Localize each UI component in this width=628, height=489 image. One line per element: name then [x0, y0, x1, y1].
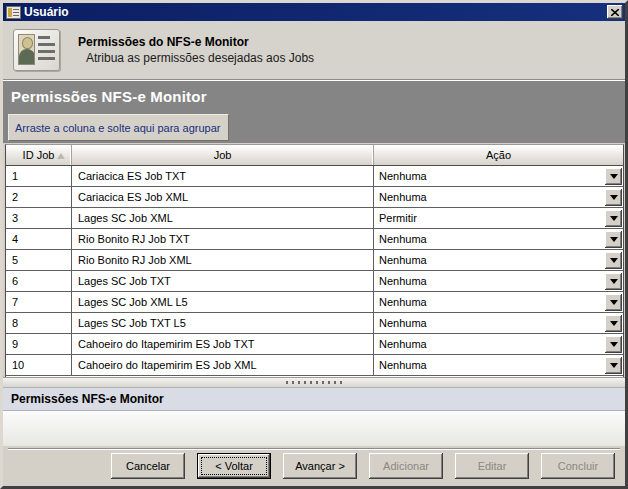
table-row[interactable]: 2 Cariacica ES Job XML Nenhuma: [6, 187, 623, 208]
dropdown-arrow-button[interactable]: [605, 231, 622, 248]
column-header-acao[interactable]: Ação: [374, 145, 623, 165]
group-by-drop-area[interactable]: Arraste a coluna e solte aqui para agrup…: [8, 114, 229, 141]
table-row[interactable]: 9 Cahoeiro do Itapemirim ES Job TXT Nenh…: [6, 334, 623, 355]
cell-job: Rio Bonito RJ Job TXT: [72, 229, 374, 249]
button-bar: Cancelar< VoltarAvançar >AdicionarEditar…: [3, 450, 625, 486]
adicionar-button: Adicionar: [369, 453, 443, 479]
user-photo-icon: [18, 34, 35, 65]
cell-job: Cahoeiro do Itapemirim ES Job XML: [72, 355, 374, 375]
cell-job: Lages SC Job TXT: [72, 271, 374, 291]
acao-dropdown[interactable]: Nenhuma: [374, 334, 623, 354]
chevron-down-icon: [610, 300, 618, 305]
bottom-panel-content: [3, 411, 625, 446]
table-header-row: ID Job Job Ação: [6, 145, 623, 166]
cell-job: Lages SC Job XML: [72, 208, 374, 228]
cell-id-job: 1: [6, 166, 72, 186]
cell-job: Cariacica ES Job XML: [72, 187, 374, 207]
acao-value: Nenhuma: [379, 296, 605, 308]
user-id-card-icon: [13, 29, 60, 71]
acao-value: Nenhuma: [379, 338, 605, 350]
chevron-down-icon: [610, 216, 618, 221]
cell-job: Cariacica ES Job TXT: [72, 166, 374, 186]
dropdown-arrow-button[interactable]: [605, 210, 622, 227]
acao-dropdown[interactable]: Nenhuma: [374, 187, 623, 207]
column-header-job[interactable]: Job: [72, 145, 374, 165]
group-by-hint: Arraste a coluna e solte aqui para agrup…: [15, 122, 220, 134]
dropdown-arrow-button[interactable]: [605, 273, 622, 290]
cell-id-job: 7: [6, 292, 72, 312]
table-row[interactable]: 3 Lages SC Job XML Permitir: [6, 208, 623, 229]
cancelar-button[interactable]: Cancelar: [111, 453, 185, 479]
cell-id-job: 9: [6, 334, 72, 354]
table-body: 1 Cariacica ES Job TXT Nenhuma 2 Cariaci…: [6, 166, 623, 376]
dropdown-arrow-button[interactable]: [605, 336, 622, 353]
table-row[interactable]: 5 Rio Bonito RJ Job XML Nenhuma: [6, 250, 623, 271]
acao-value: Nenhuma: [379, 317, 605, 329]
bottom-panel-title: Permissões NFS-e Monitor: [3, 388, 625, 411]
dropdown-arrow-button[interactable]: [605, 189, 622, 206]
dropdown-arrow-button[interactable]: [605, 252, 622, 269]
table-row[interactable]: 6 Lages SC Job TXT Nenhuma: [6, 271, 623, 292]
window-title: Usuário: [24, 3, 69, 21]
acao-dropdown[interactable]: Nenhuma: [374, 250, 623, 270]
dropdown-arrow-button[interactable]: [605, 357, 622, 374]
dropdown-arrow-button[interactable]: [605, 294, 622, 311]
acao-dropdown[interactable]: Nenhuma: [374, 355, 623, 375]
cell-id-job: 5: [6, 250, 72, 270]
chevron-down-icon: [610, 321, 618, 326]
acao-dropdown[interactable]: Permitir: [374, 208, 623, 228]
acao-value: Permitir: [379, 212, 605, 224]
cell-id-job: 6: [6, 271, 72, 291]
acao-value: Nenhuma: [379, 170, 605, 182]
avançar-button[interactable]: Avançar >: [283, 453, 357, 479]
cell-job: Lages SC Job TXT L5: [72, 313, 374, 333]
sort-ascending-icon: [57, 153, 65, 159]
cell-id-job: 4: [6, 229, 72, 249]
chevron-down-icon: [610, 342, 618, 347]
acao-dropdown[interactable]: Nenhuma: [374, 271, 623, 291]
cell-id-job: 8: [6, 313, 72, 333]
dropdown-arrow-button[interactable]: [605, 168, 622, 185]
acao-value: Nenhuma: [379, 233, 605, 245]
table-row[interactable]: 8 Lages SC Job TXT L5 Nenhuma: [6, 313, 623, 334]
titlebar: Usuário: [3, 3, 625, 21]
dialog-window: Usuário Permissões do NFS-e Monitor Atri…: [0, 0, 628, 489]
acao-value: Nenhuma: [379, 254, 605, 266]
wizard-title: Permissões do NFS-e Monitor: [78, 35, 314, 49]
cell-id-job: 3: [6, 208, 72, 228]
editar-button: Editar: [455, 453, 529, 479]
cell-job: Rio Bonito RJ Job XML: [72, 250, 374, 270]
cell-id-job: 10: [6, 355, 72, 375]
table-row[interactable]: 7 Lages SC Job XML L5 Nenhuma: [6, 292, 623, 313]
cell-id-job: 2: [6, 187, 72, 207]
acao-value: Nenhuma: [379, 359, 605, 371]
dropdown-arrow-button[interactable]: [605, 315, 622, 332]
table-row[interactable]: 10 Cahoeiro do Itapemirim ES Job XML Nen…: [6, 355, 623, 376]
table-row[interactable]: 1 Cariacica ES Job TXT Nenhuma: [6, 166, 623, 187]
concluir-button: Concluir: [541, 453, 615, 479]
acao-value: Nenhuma: [379, 191, 605, 203]
cell-job: Lages SC Job XML L5: [72, 292, 374, 312]
acao-dropdown[interactable]: Nenhuma: [374, 229, 623, 249]
acao-dropdown[interactable]: Nenhuma: [374, 313, 623, 333]
chevron-down-icon: [610, 258, 618, 263]
acao-dropdown[interactable]: Nenhuma: [374, 292, 623, 312]
wizard-header: Permissões do NFS-e Monitor Atribua as p…: [3, 21, 625, 79]
voltar-button[interactable]: < Voltar: [197, 453, 271, 479]
column-header-id-job[interactable]: ID Job: [6, 145, 72, 165]
user-card-icon: [6, 6, 21, 19]
chevron-down-icon: [610, 363, 618, 368]
cell-job: Cahoeiro do Itapemirim ES Job TXT: [72, 334, 374, 354]
table-row[interactable]: 4 Rio Bonito RJ Job TXT Nenhuma: [6, 229, 623, 250]
chevron-down-icon: [610, 174, 618, 179]
close-button[interactable]: [607, 5, 623, 19]
jobs-table: ID Job Job Ação 1 Cariacica ES Job TXT N…: [5, 144, 624, 377]
acao-value: Nenhuma: [379, 275, 605, 287]
splitter-handle[interactable]: [3, 377, 625, 388]
section-title: Permissões NFS-e Monitor: [3, 86, 625, 105]
grid-caption-zone: Permissões NFS-e Monitor Arraste a colun…: [3, 81, 625, 143]
chevron-down-icon: [610, 195, 618, 200]
acao-dropdown[interactable]: Nenhuma: [374, 166, 623, 186]
wizard-subtitle: Atribua as permissões desejadas aos Jobs: [86, 51, 314, 65]
splitter-grip-icon: [286, 381, 342, 384]
